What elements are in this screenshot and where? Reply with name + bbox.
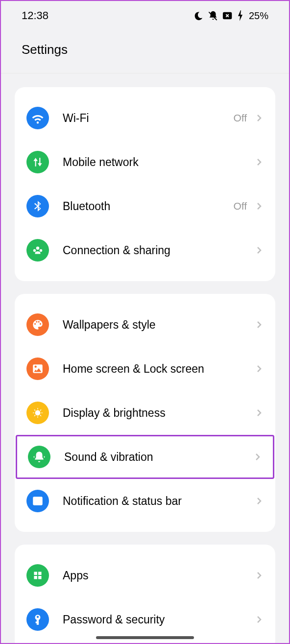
settings-item-display[interactable]: Display & brightness [15,391,275,435]
apps-label: Apps [63,569,255,582]
mobile-network-label: Mobile network [63,156,255,169]
chevron-right-icon [255,615,264,624]
chevron-right-icon [255,114,264,122]
settings-item-apps[interactable]: Apps [15,553,275,597]
status-time: 12:38 [22,9,48,22]
settings-item-bluetooth[interactable]: Bluetooth Off [15,184,275,228]
sun-icon [26,402,49,424]
mobile-network-icon [26,151,49,173]
chevron-right-icon [253,453,262,461]
sound-label: Sound & vibration [64,451,253,464]
settings-item-mobile-network[interactable]: Mobile network [15,140,275,184]
chevron-right-icon [255,320,264,329]
wallpapers-label: Wallpapers & style [63,318,255,332]
chevron-right-icon [255,497,264,505]
settings-group-display: Wallpapers & style Home screen & Lock sc… [15,294,275,532]
wifi-value: Off [233,112,247,124]
apps-icon [26,564,49,587]
chevron-right-icon [255,246,264,255]
battery-saver-icon [222,11,233,20]
moon-icon [194,11,204,21]
charging-icon [237,10,244,21]
settings-group-network: Wi-Fi Off Mobile network Bluetooth Off C… [15,87,275,281]
chevron-right-icon [255,571,264,580]
settings-content: Wi-Fi Off Mobile network Bluetooth Off C… [1,73,289,644]
wifi-icon [26,107,49,129]
home-indicator[interactable] [96,636,194,639]
chevron-right-icon [255,408,264,417]
bluetooth-label: Bluetooth [63,200,233,213]
settings-item-connection-sharing[interactable]: Connection & sharing [15,228,275,272]
home-lock-label: Home screen & Lock screen [63,362,255,376]
page-title: Settings [22,42,268,57]
key-icon [26,608,49,631]
settings-item-wallpapers[interactable]: Wallpapers & style [15,303,275,347]
image-icon [26,358,49,380]
connection-sharing-label: Connection & sharing [63,244,255,257]
bell-off-icon [208,10,218,21]
chevron-right-icon [255,202,264,211]
display-label: Display & brightness [63,406,255,420]
settings-group-system: Apps Password & security [15,545,275,644]
bell-icon [28,446,50,468]
password-label: Password & security [63,613,255,626]
notification-icon [26,490,49,512]
bluetooth-icon [26,195,49,217]
settings-item-wifi[interactable]: Wi-Fi Off [15,96,275,140]
status-bar: 12:38 25% [1,1,289,28]
settings-item-sound[interactable]: Sound & vibration [16,435,274,479]
notification-label: Notification & status bar [63,495,255,508]
palette-icon [26,313,49,336]
chevron-right-icon [255,158,264,167]
chevron-right-icon [255,364,264,373]
battery-percentage: 25% [249,10,268,22]
bluetooth-value: Off [233,200,247,212]
settings-item-notification[interactable]: Notification & status bar [15,479,275,523]
wifi-label: Wi-Fi [63,112,233,125]
page-header: Settings [1,28,289,73]
status-icons: 25% [194,10,268,22]
sharing-icon [26,239,49,262]
settings-item-password[interactable]: Password & security [15,597,275,642]
settings-item-home-lock[interactable]: Home screen & Lock screen [15,347,275,391]
